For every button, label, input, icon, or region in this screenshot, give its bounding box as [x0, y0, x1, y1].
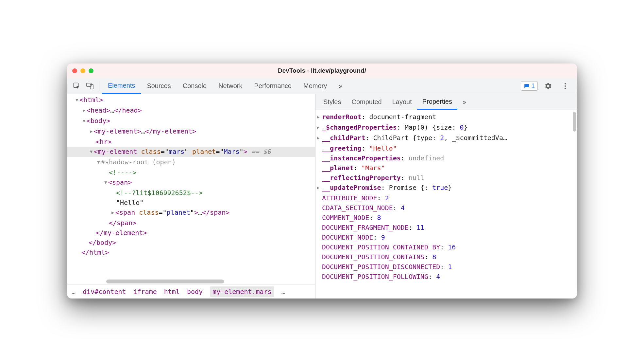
window-controls	[72, 68, 93, 73]
dom-row[interactable]: <html>	[67, 95, 315, 105]
dom-row[interactable]: <!---->	[67, 168, 315, 177]
content: <html> <head>…</head> <body> <my-element…	[67, 94, 577, 299]
property-row[interactable]: __instanceProperties: undefined	[317, 153, 577, 163]
dom-row[interactable]: <hr>	[67, 137, 315, 147]
dom-row[interactable]: </html>	[67, 247, 315, 257]
breadcrumb-item[interactable]: body	[187, 288, 203, 296]
tabs-overflow-icon[interactable]: »	[333, 78, 348, 94]
main-tabs: Elements Sources Console Network Perform…	[102, 78, 521, 94]
maximize-window-button[interactable]	[89, 68, 93, 73]
tab-performance[interactable]: Performance	[248, 78, 298, 94]
property-row[interactable]: DOCUMENT_POSITION_FOLLOWING: 4	[317, 272, 577, 281]
breadcrumb-item[interactable]: iframe	[133, 288, 157, 296]
inspect-element-icon[interactable]	[71, 80, 83, 92]
tab-elements[interactable]: Elements	[102, 78, 141, 94]
tab-console[interactable]: Console	[177, 78, 212, 94]
property-row[interactable]: DOCUMENT_POSITION_DISCONNECTED: 1	[317, 262, 577, 272]
breadcrumb-item[interactable]: html	[164, 288, 180, 296]
property-row[interactable]: CDATA_SECTION_NODE: 4	[317, 203, 577, 213]
breadcrumb-overflow-left[interactable]: …	[72, 288, 76, 296]
property-row[interactable]: __greeting: "Hello"	[317, 143, 577, 153]
property-row[interactable]: __reflectingProperty: null	[317, 173, 577, 183]
horizontal-scrollbar[interactable]	[67, 279, 315, 284]
svg-rect-2	[90, 84, 93, 89]
property-row[interactable]: __childPart: ChildPart {type: 2, _$commi…	[317, 133, 577, 143]
dom-row[interactable]: <span class="planet">…</span>	[67, 208, 315, 218]
dom-row[interactable]: </my-element>	[67, 228, 315, 238]
properties-list[interactable]: renderRoot: document-fragment_$changedPr…	[315, 110, 577, 299]
dom-row[interactable]: #shadow-root (open)	[67, 157, 315, 168]
devtools-window: DevTools - lit.dev/playground/ Elements …	[67, 63, 577, 299]
elements-panel: <html> <head>…</head> <body> <my-element…	[67, 94, 315, 299]
tab-memory[interactable]: Memory	[297, 78, 333, 94]
property-row[interactable]: DOCUMENT_POSITION_CONTAINED_BY: 16	[317, 242, 577, 252]
svg-point-5	[565, 88, 566, 89]
dom-tree[interactable]: <html> <head>…</head> <body> <my-element…	[67, 94, 315, 279]
tab-properties[interactable]: Properties	[417, 94, 457, 110]
property-row[interactable]: DOCUMENT_NODE: 9	[317, 232, 577, 242]
dom-row[interactable]: <my-element>…</my-element>	[67, 126, 315, 137]
property-row[interactable]: renderRoot: document-fragment	[317, 112, 577, 122]
breadcrumbs: … div#content iframe html body my-elemen…	[67, 284, 315, 299]
sidebar-panel: Styles Computed Layout Properties » rend…	[315, 94, 577, 299]
dom-row[interactable]: <body>	[67, 116, 315, 126]
dom-row[interactable]: "Hello"	[67, 198, 315, 208]
more-menu-icon[interactable]	[559, 80, 571, 92]
dom-row[interactable]: <head>…</head>	[67, 105, 315, 116]
property-row[interactable]: ATTRIBUTE_NODE: 2	[317, 193, 577, 203]
dom-row[interactable]: <!--?lit$106992652$-->	[67, 188, 315, 198]
breadcrumb-item-selected[interactable]: my-element.mars	[210, 286, 274, 297]
breadcrumb-item[interactable]: div#content	[83, 288, 126, 296]
settings-gear-icon[interactable]	[542, 80, 554, 92]
tab-layout[interactable]: Layout	[387, 94, 417, 110]
sidebar-tabs: Styles Computed Layout Properties »	[315, 94, 577, 110]
dom-row[interactable]: </span>	[67, 218, 315, 228]
property-row[interactable]: _$changedProperties: Map(0) {size: 0}	[317, 122, 577, 133]
tab-computed[interactable]: Computed	[346, 94, 387, 110]
vertical-scrollbar[interactable]	[573, 112, 576, 132]
svg-point-4	[565, 85, 566, 87]
property-row[interactable]: __planet: "Mars"	[317, 163, 577, 173]
issues-count: 1	[531, 82, 535, 90]
tab-network[interactable]: Network	[212, 78, 248, 94]
property-row[interactable]: DOCUMENT_FRAGMENT_NODE: 11	[317, 223, 577, 232]
sidebar-tabs-overflow-icon[interactable]: »	[457, 94, 471, 110]
minimize-window-button[interactable]	[80, 68, 85, 73]
main-toolbar: Elements Sources Console Network Perform…	[67, 78, 577, 94]
close-window-button[interactable]	[72, 68, 77, 73]
property-row[interactable]: DOCUMENT_POSITION_CONTAINS: 8	[317, 252, 577, 262]
dom-row-selected[interactable]: <my-element class="mars" planet="Mars"> …	[67, 147, 315, 157]
dom-row[interactable]: </body>	[67, 238, 315, 247]
separator	[99, 81, 99, 91]
breadcrumb-overflow-right[interactable]: …	[281, 288, 285, 296]
svg-point-3	[565, 83, 566, 84]
tab-styles[interactable]: Styles	[318, 94, 346, 110]
dom-row[interactable]: <span>	[67, 177, 315, 188]
device-toggle-icon[interactable]	[84, 80, 96, 92]
window-title: DevTools - lit.dev/playground/	[67, 67, 577, 74]
titlebar: DevTools - lit.dev/playground/	[67, 63, 577, 78]
property-row[interactable]: COMMENT_NODE: 8	[317, 213, 577, 223]
property-row[interactable]: __updatePromise: Promise {: true}	[317, 183, 577, 193]
tab-sources[interactable]: Sources	[141, 78, 177, 94]
issues-badge[interactable]: 1	[521, 81, 538, 91]
